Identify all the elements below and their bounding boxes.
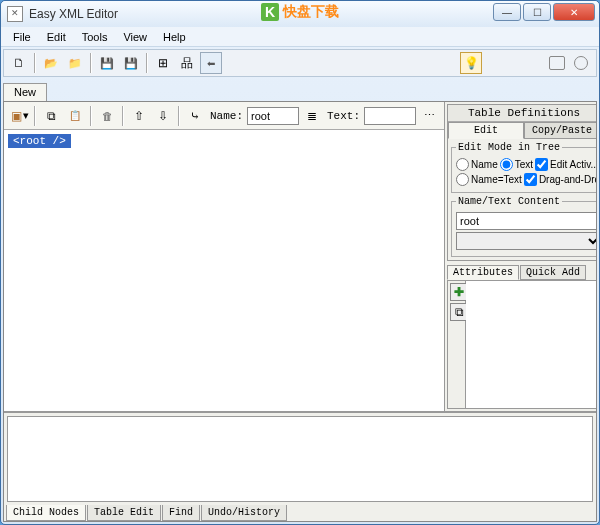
tab-child-nodes[interactable]: Child Nodes: [6, 505, 86, 521]
content-fieldset: Name/Text Content ⋮: [451, 196, 596, 257]
open-alt-button[interactable]: [64, 52, 86, 74]
titlebar: Easy XML Editor K 快盘下载 — ☐ ✕: [1, 1, 599, 27]
new-file-button[interactable]: [8, 52, 30, 74]
tab-find[interactable]: Find: [162, 505, 200, 521]
circle-button[interactable]: [570, 52, 592, 74]
copy-button[interactable]: [40, 105, 62, 127]
tree-view[interactable]: <root />: [4, 130, 444, 411]
window-title: Easy XML Editor: [29, 7, 118, 21]
name-label: Name:: [210, 110, 243, 122]
check-dnd[interactable]: [524, 173, 537, 186]
tab-edit[interactable]: Edit: [448, 122, 524, 139]
expand-button[interactable]: ⋯: [418, 105, 440, 127]
collapse-button[interactable]: [200, 52, 222, 74]
close-button[interactable]: ✕: [553, 3, 595, 21]
text-input[interactable]: [364, 107, 416, 125]
indent-icon: [187, 108, 203, 124]
move-down-button[interactable]: [152, 105, 174, 127]
minimize-button[interactable]: —: [493, 3, 521, 21]
new-node-button[interactable]: ▾: [8, 105, 30, 127]
main-toolbar: [3, 49, 597, 77]
content-area: ▾ Name: Text: ⋯: [3, 101, 597, 522]
window-mode-button[interactable]: [546, 52, 568, 74]
menu-file[interactable]: File: [5, 29, 39, 45]
copy-icon: [43, 108, 59, 124]
trash-icon: [99, 108, 115, 124]
attributes-panel: Attributes Quick Add: [445, 263, 596, 411]
content-name-input[interactable]: [456, 212, 596, 230]
node-icon: [9, 108, 23, 124]
bottom-pane: Child Nodes Table Edit Find Undo/History: [4, 411, 596, 521]
app-icon: [7, 6, 23, 22]
save-as-button[interactable]: [120, 52, 142, 74]
panel-title: Table Definitions: [448, 105, 596, 122]
tree-view-button[interactable]: [152, 52, 174, 74]
bottom-content[interactable]: [7, 416, 593, 502]
move-up-button[interactable]: [128, 105, 150, 127]
tree-icon: [155, 55, 171, 71]
tree-alt-button[interactable]: [176, 52, 198, 74]
content-select[interactable]: [456, 232, 596, 250]
node-toolbar: ▾ Name: Text: ⋯: [4, 102, 444, 130]
tree-node-root[interactable]: <root />: [8, 134, 71, 148]
table-definitions-panel: Table Definitions Edit Copy/Paste Edit M…: [447, 104, 596, 261]
list-button[interactable]: [301, 105, 323, 127]
check-edit-active[interactable]: [535, 158, 548, 171]
copy-icon: [451, 304, 467, 320]
open-button[interactable]: [40, 52, 62, 74]
tab-undo-history[interactable]: Undo/History: [201, 505, 287, 521]
folder-icon: [67, 55, 83, 71]
tab-table-edit[interactable]: Table Edit: [87, 505, 161, 521]
menu-edit[interactable]: Edit: [39, 29, 74, 45]
menu-help[interactable]: Help: [155, 29, 194, 45]
tab-quick-add[interactable]: Quick Add: [520, 265, 586, 280]
right-pane: Table Definitions Edit Copy/Paste Edit M…: [445, 102, 596, 411]
name-input[interactable]: [247, 107, 299, 125]
save-icon: [99, 55, 115, 71]
document-tabbar: New: [1, 79, 599, 101]
tab-attributes[interactable]: Attributes: [447, 265, 519, 280]
hierarchy-icon: [179, 55, 195, 71]
collapse-icon: [203, 55, 219, 71]
arrow-up-icon: [131, 108, 147, 124]
folder-open-icon: [43, 55, 59, 71]
text-label: Text:: [327, 110, 360, 122]
indent-button[interactable]: [184, 105, 206, 127]
paste-icon: [67, 108, 83, 124]
radio-nametext[interactable]: [456, 173, 469, 186]
plus-icon: [451, 284, 467, 300]
list-icon: [304, 108, 320, 124]
hint-button[interactable]: [460, 52, 482, 74]
watermark: K 快盘下载: [261, 3, 339, 21]
left-pane: ▾ Name: Text: ⋯: [4, 102, 445, 411]
save-as-icon: [123, 55, 139, 71]
delete-button[interactable]: [96, 105, 118, 127]
attributes-list[interactable]: [466, 281, 596, 408]
save-button[interactable]: [96, 52, 118, 74]
document-tab-new[interactable]: New: [3, 83, 47, 101]
edit-mode-fieldset: Edit Mode in Tree Name Text Edit Activ..…: [451, 142, 596, 193]
radio-text[interactable]: [500, 158, 513, 171]
menu-view[interactable]: View: [115, 29, 155, 45]
radio-name[interactable]: [456, 158, 469, 171]
menu-tools[interactable]: Tools: [74, 29, 116, 45]
application-window: Easy XML Editor K 快盘下载 — ☐ ✕ File Edit T…: [0, 0, 600, 525]
circle-icon: [574, 56, 588, 70]
document-icon: [11, 55, 27, 71]
maximize-button[interactable]: ☐: [523, 3, 551, 21]
rect-icon: [549, 56, 565, 70]
menubar: File Edit Tools View Help: [1, 27, 599, 47]
lightbulb-icon: [463, 55, 479, 71]
tab-copypaste[interactable]: Copy/Paste: [524, 122, 596, 139]
arrow-down-icon: [155, 108, 171, 124]
paste-button[interactable]: [64, 105, 86, 127]
